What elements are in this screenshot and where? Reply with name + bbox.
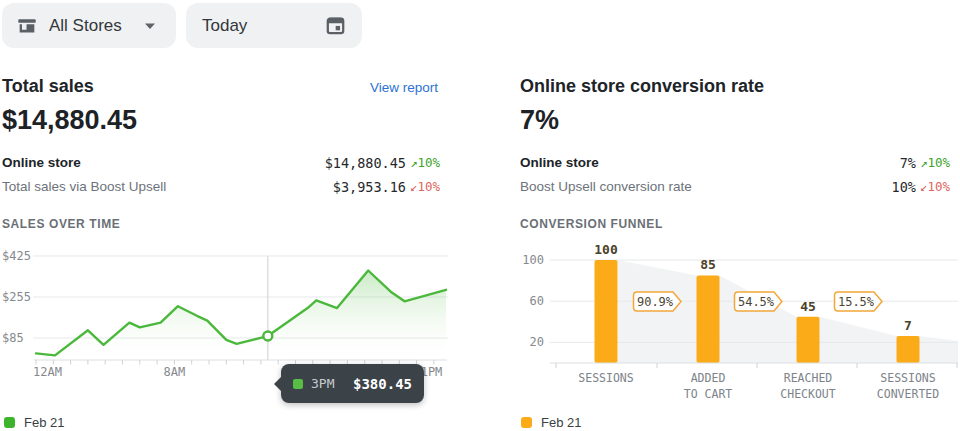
sales-over-time-chart[interactable]: $425$255$8512AM8AM4PM11PM <box>0 248 450 383</box>
y-axis-tick-label: $425 <box>2 249 31 263</box>
funnel-bar <box>697 275 720 363</box>
metric-label: Total sales via Boost Upsell <box>2 179 166 194</box>
metric-row-boost-upsell-sales: Total sales via Boost Upsell $3,953.16 ↙… <box>2 177 450 197</box>
funnel-bar <box>595 260 618 363</box>
arrow-up-icon: ↗ <box>410 155 418 170</box>
y-axis-tick-label: $255 <box>2 290 31 304</box>
calendar-icon <box>325 15 346 36</box>
total-sales-card: Total sales View report $14,880.45 Onlin… <box>0 52 450 431</box>
metric-row-online-store-sales: Online store $14,880.45 ↗10% <box>2 153 450 173</box>
legend-label: Feb 21 <box>541 415 581 430</box>
funnel-category-label: CHECKOUT <box>780 387 835 401</box>
sales-legend: Feb 21 <box>4 415 64 430</box>
metric-row-boost-upsell-conversion: Boost Upsell conversion rate 10% ↙10% <box>520 177 960 197</box>
arrow-down-icon: ↙ <box>410 179 418 194</box>
conversion-amount: 7% <box>520 105 559 136</box>
funnel-legend: Feb 21 <box>521 415 581 430</box>
x-axis-tick-label: 8AM <box>164 365 186 379</box>
conversion-funnel-label: CONVERSION FUNNEL <box>520 217 663 231</box>
funnel-category-label: CONVERTED <box>877 387 939 401</box>
tooltip-time: 3PM <box>311 376 334 391</box>
tooltip-series-chip <box>293 379 303 389</box>
metric-value: $14,880.45 <box>325 155 406 171</box>
funnel-category-label: SESSIONS <box>578 371 633 385</box>
y-axis-tick-label: $85 <box>2 331 24 345</box>
bar-value-label: 7 <box>904 318 912 333</box>
bar-value-label: 45 <box>800 299 816 314</box>
metric-value: 7% <box>900 155 916 171</box>
funnel-category-label: TO CART <box>684 387 733 401</box>
chevron-down-icon <box>144 22 156 30</box>
drop-rate-label: 15.5% <box>838 295 875 309</box>
x-axis-tick-label: 12AM <box>33 365 62 379</box>
metric-label: Online store <box>2 155 81 170</box>
arrow-up-icon: ↗ <box>920 155 928 170</box>
funnel-category-label: ADDED <box>691 371 726 385</box>
metric-value: 10% <box>892 179 916 195</box>
y-axis-tick-label: 20 <box>530 335 544 349</box>
bar-value-label: 85 <box>700 257 716 272</box>
tooltip-value: $380.45 <box>353 376 412 392</box>
legend-color-chip <box>4 417 15 428</box>
metric-delta-down: ↙10% <box>920 179 960 194</box>
metric-delta-down: ↙10% <box>410 179 450 194</box>
y-axis-tick-label: 60 <box>530 294 544 308</box>
metric-label: Online store <box>520 155 599 170</box>
date-range-button[interactable]: Today <box>186 3 362 48</box>
total-sales-amount: $14,880.45 <box>2 105 137 136</box>
drop-rate-label: 90.9% <box>637 295 674 309</box>
metric-value: $3,953.16 <box>333 179 406 195</box>
funnel-category-label: REACHED <box>784 371 833 385</box>
chart-tooltip: 3PM $380.45 <box>281 364 424 403</box>
metric-label: Boost Upsell conversion rate <box>520 179 692 194</box>
legend-color-chip <box>521 417 532 428</box>
arrow-down-icon: ↙ <box>920 179 928 194</box>
sales-area-fill <box>36 271 446 361</box>
metric-delta-up: ↗10% <box>920 155 960 170</box>
funnel-bar <box>797 317 820 363</box>
conversion-rate-card: Online store conversion rate 7% Online s… <box>518 52 960 431</box>
conversion-funnel-chart[interactable]: 10060201008545790.9%54.5%15.5%SESSIONSAD… <box>518 245 960 407</box>
bar-value-label: 100 <box>594 245 618 257</box>
date-range-label: Today <box>202 16 247 36</box>
total-sales-title: Total sales <box>2 76 94 97</box>
metric-row-online-store-conversion: Online store 7% ↗10% <box>520 153 960 173</box>
conversion-title: Online store conversion rate <box>520 76 764 97</box>
y-axis-tick-label: 100 <box>522 253 544 267</box>
sales-over-time-label: SALES OVER TIME <box>2 217 120 231</box>
view-report-link[interactable]: View report <box>370 80 438 95</box>
store-selector-button[interactable]: All Stores <box>2 3 176 48</box>
hover-point-marker <box>263 332 272 341</box>
funnel-bar <box>897 336 920 363</box>
storefront-icon <box>16 15 38 37</box>
drop-rate-label: 54.5% <box>738 295 775 309</box>
metric-delta-up: ↗10% <box>410 155 450 170</box>
legend-label: Feb 21 <box>24 415 64 430</box>
store-selector-label: All Stores <box>49 16 122 36</box>
funnel-category-label: SESSIONS <box>880 371 935 385</box>
topbar: All Stores Today <box>0 0 960 52</box>
